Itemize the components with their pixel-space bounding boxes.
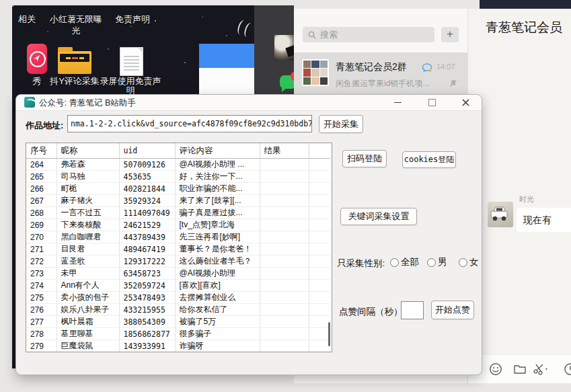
cell-index: 279 bbox=[26, 340, 56, 352]
table-row[interactable]: 279 巨魔袋鼠 143933991 诈骗呀 bbox=[26, 340, 330, 352]
col-filler bbox=[309, 143, 330, 159]
chat-input-area[interactable] bbox=[468, 355, 571, 383]
emoji-icon[interactable] bbox=[489, 362, 502, 376]
desktop-label-related[interactable]: 相关 bbox=[13, 13, 40, 25]
cell-filler bbox=[309, 183, 330, 195]
chat-timestamp: 14:07 bbox=[436, 63, 455, 71]
table-row[interactable]: 280 qqrock 29085504 谢谢 bbox=[26, 352, 330, 353]
cell-result bbox=[260, 195, 309, 207]
cell-filler bbox=[309, 195, 330, 207]
table-scrollbar-thumb[interactable] bbox=[328, 322, 330, 346]
maximize-icon bbox=[428, 99, 436, 106]
table-row[interactable]: 265 司马独 453635 好，关注你一下... bbox=[26, 171, 330, 183]
cell-uid: 24621529 bbox=[119, 219, 175, 231]
table-row[interactable]: 271 目艮君 489467419 董事长？是你老爸！ bbox=[26, 243, 330, 256]
table-row[interactable]: 268 一言不过五 1114097049 骗子真是雁过拔... bbox=[26, 207, 330, 219]
col-uid: uid bbox=[119, 143, 175, 159]
table-row[interactable]: 264 弗若森 507009126 @AI视频小助理 ... bbox=[26, 159, 330, 171]
chat-preview: 闲鱼搬运苹果id锁手机项... bbox=[336, 78, 429, 89]
gender-filter-label: 只采集性别: bbox=[337, 258, 385, 270]
cell-uid: 352059724 bbox=[119, 280, 175, 292]
sender-avatar[interactable] bbox=[488, 202, 513, 227]
radio-label: 女 bbox=[469, 256, 479, 268]
cell-comment: 这么薅创业者羊毛？ bbox=[175, 256, 260, 268]
video-thumbnail[interactable] bbox=[274, 35, 294, 61]
minimize-icon bbox=[394, 102, 402, 103]
start-like-button[interactable]: 开始点赞 bbox=[431, 301, 474, 319]
col-index: 序号 bbox=[26, 143, 56, 159]
start-collect-button[interactable]: 开始采集 bbox=[319, 115, 363, 133]
cookies-login-button[interactable]: cookies登陆 bbox=[402, 151, 456, 168]
cell-filler bbox=[309, 280, 330, 292]
chat-list-item[interactable]: 青葱笔记会员2群 14:07 闲鱼搬运苹果id锁手机项... bbox=[294, 52, 467, 94]
like-interval-input[interactable] bbox=[401, 301, 424, 319]
icon-label: 抖Y评论采集 bbox=[47, 77, 102, 86]
table-row[interactable]: 276 娱乐八卦果子 433215955 给你发私信了 bbox=[26, 304, 330, 316]
group-avatar bbox=[302, 59, 329, 86]
table-row[interactable]: 270 黑白咖喱君 443789439 先三连再看[妙啊] bbox=[26, 231, 330, 243]
keyword-settings-button[interactable]: 关键词采集设置 bbox=[340, 208, 417, 225]
cell-index: 273 bbox=[26, 268, 56, 280]
cell-comment: 给你发私信了 bbox=[175, 304, 260, 316]
search-input[interactable]: 搜索 bbox=[303, 27, 434, 42]
cell-nickname: 弗若森 bbox=[56, 159, 119, 171]
table-row[interactable]: 275 卖小孩的包子 253478493 去摆摊算创业么 bbox=[26, 292, 330, 304]
radio-label: 全部 bbox=[401, 256, 419, 268]
cell-comment: 来了来了[鼓掌][... bbox=[175, 195, 260, 207]
close-icon bbox=[462, 99, 469, 106]
cell-comment: 去摆摊算创业么 bbox=[175, 292, 260, 304]
window-title: 公众号: 青葱笔记 B站助手 bbox=[39, 97, 136, 109]
table-row[interactable]: 272 蓝圣歌 129317222 这么薅创业者羊毛？ bbox=[26, 256, 330, 268]
cell-result bbox=[260, 304, 309, 316]
gender-radio-male[interactable]: 男 bbox=[427, 256, 447, 268]
desktop-label-disclaimer[interactable]: 免责声明 bbox=[112, 13, 153, 25]
table-row[interactable]: 274 Ann有个人 352059724 [喜欢][喜欢] bbox=[26, 280, 330, 292]
cell-uid: 63458723 bbox=[119, 268, 175, 280]
cell-filler bbox=[309, 243, 330, 256]
mute-icon bbox=[449, 79, 457, 87]
cell-index: 269 bbox=[26, 219, 56, 231]
table-row[interactable]: 277 枫叶晨霜 388054309 被骗了5万 bbox=[26, 316, 330, 328]
table-row[interactable]: 269 下来奏核酸 24621529 [tv_点赞]章北海 bbox=[26, 219, 330, 231]
cell-index: 265 bbox=[26, 171, 56, 183]
cell-result bbox=[260, 207, 309, 219]
minimize-button[interactable] bbox=[386, 95, 409, 110]
screenshot-scissors-icon[interactable] bbox=[533, 362, 546, 376]
cell-comment: 董事长？是你老爸！ bbox=[175, 243, 260, 256]
cell-index: 267 bbox=[26, 195, 56, 207]
cell-index: 272 bbox=[26, 256, 56, 268]
cell-comment: 职业诈骗的不能... bbox=[175, 183, 260, 195]
table-row[interactable]: 267 麻子猪火 35929324 来了来了[鼓掌][... bbox=[26, 195, 330, 207]
plane-glyph-icon bbox=[33, 54, 40, 62]
chat-history-icon[interactable] bbox=[564, 362, 571, 376]
desktop-label-xhs[interactable]: 小红薯无限曝光 bbox=[47, 13, 105, 36]
table-row[interactable]: 278 基里聊基 1856862877 很多骗子 bbox=[26, 328, 330, 340]
maximize-button[interactable] bbox=[420, 95, 443, 110]
scan-login-button[interactable]: 扫码登陆 bbox=[342, 150, 387, 167]
close-button[interactable] bbox=[454, 95, 477, 110]
table-row[interactable]: 266 町栀 402821844 职业诈骗的不能... bbox=[26, 183, 330, 195]
cell-index: 270 bbox=[26, 231, 56, 243]
radio-icon bbox=[390, 258, 399, 267]
cell-uid: 402821844 bbox=[119, 183, 175, 195]
table-row[interactable]: 273 未甲 63458723 @AI视频小助理 bbox=[26, 268, 330, 280]
gender-radio-female[interactable]: 女 bbox=[459, 256, 479, 268]
cell-comment: 很多骗子 bbox=[175, 328, 260, 340]
cell-filler bbox=[309, 159, 330, 171]
chat-title: 青葱笔记会员2群 bbox=[336, 61, 407, 73]
gender-radio-all[interactable]: 全部 bbox=[390, 256, 419, 268]
cell-filler bbox=[309, 304, 330, 316]
top-dark-strip bbox=[480, 0, 571, 9]
url-input[interactable]: nma.1-2-2.click&vd_source=afc4878f09cf8e… bbox=[67, 115, 312, 132]
file-icon[interactable] bbox=[513, 362, 527, 376]
cell-result bbox=[260, 219, 309, 231]
cell-uid: 453635 bbox=[119, 171, 175, 183]
cell-index: 274 bbox=[26, 280, 56, 292]
cell-uid: 489467419 bbox=[119, 243, 175, 256]
icon-label: 录屏使用免责声明 bbox=[98, 77, 163, 95]
app-icon bbox=[24, 97, 35, 108]
add-button[interactable]: + bbox=[441, 27, 459, 42]
cell-result bbox=[260, 340, 309, 352]
cell-nickname: 一言不过五 bbox=[56, 207, 119, 219]
cell-comment: 谢谢 bbox=[175, 352, 260, 353]
